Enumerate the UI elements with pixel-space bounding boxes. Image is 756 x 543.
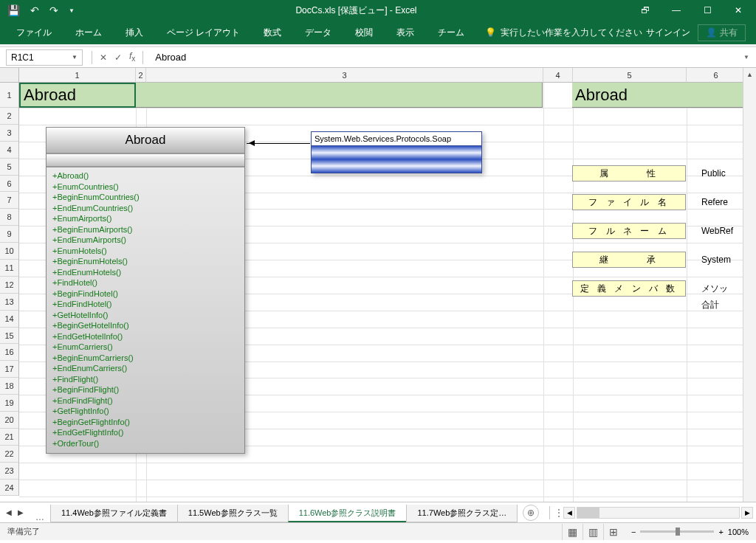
row-header[interactable]: 12 <box>0 277 19 294</box>
property-value: WebRef <box>701 223 733 239</box>
close-icon[interactable]: ✕ <box>724 1 753 20</box>
view-page-break-icon[interactable]: ⊞ <box>603 524 624 540</box>
class-diagram-box[interactable]: Abroad +Abroad()+EnumCountries()+BeginEn… <box>46 127 245 454</box>
tab-review[interactable]: 校閲 <box>343 21 385 44</box>
row-header[interactable]: 17 <box>0 361 19 378</box>
row-header[interactable]: 9 <box>0 226 19 243</box>
tabs-overflow-icon[interactable]: … <box>30 512 50 522</box>
row-header[interactable]: 21 <box>0 429 19 446</box>
class-member: +EndFindHotel() <box>52 299 238 310</box>
select-all-corner[interactable] <box>0 68 19 83</box>
tab-file[interactable]: ファイル <box>4 21 63 44</box>
undo-icon[interactable]: ↶ <box>30 4 39 16</box>
chevron-down-icon[interactable]: ▼ <box>72 54 78 60</box>
class-member: +EndEnumHotels() <box>52 267 238 278</box>
name-box[interactable]: R1C1 ▼ <box>6 49 83 66</box>
view-normal-icon[interactable]: ▦ <box>562 524 583 540</box>
tab-view[interactable]: 表示 <box>385 21 426 44</box>
horizontal-scrollbar[interactable]: ◀ ▶ <box>563 507 756 519</box>
enter-icon[interactable]: ✓ <box>114 52 122 63</box>
sheet-tab[interactable]: 11.5Web参照クラス一覧 <box>177 505 289 522</box>
tab-data[interactable]: データ <box>293 21 343 44</box>
class-member: +EnumCountries() <box>52 181 238 193</box>
sheet-tab[interactable]: 11.4Web参照ファイル定義書 <box>50 505 178 522</box>
sheet-nav[interactable]: ◀ ▶ <box>0 508 30 516</box>
col-header[interactable]: 6 <box>687 68 746 83</box>
row-header[interactable]: 11 <box>0 260 19 277</box>
cancel-icon[interactable]: ✕ <box>100 52 107 63</box>
row-header[interactable]: 19 <box>0 395 19 412</box>
row-header[interactable]: 4 <box>0 142 19 159</box>
minimize-icon[interactable]: — <box>662 1 691 20</box>
share-button[interactable]: 👤 共有 <box>698 24 746 41</box>
nav-prev-icon[interactable]: ◀ <box>6 508 12 516</box>
row-header[interactable]: 1 <box>0 83 19 108</box>
qat-dropdown-icon[interactable]: ▼ <box>69 7 75 14</box>
add-sheet-button[interactable]: ⊕ <box>523 505 539 521</box>
cells[interactable]: Abroad Abroad Abroad +Abroad()+EnumCount… <box>19 83 743 502</box>
row-header[interactable]: 13 <box>0 294 19 311</box>
formula-expand-icon[interactable]: ▼ <box>741 54 756 60</box>
property-value: System <box>701 252 733 268</box>
class-member: +EndEnumAirports() <box>52 235 238 246</box>
row-header[interactable]: 16 <box>0 344 19 361</box>
nav-next-icon[interactable]: ▶ <box>18 508 24 516</box>
base-class-box[interactable]: System.Web.Services.Protocols.Soap <box>311 131 482 173</box>
col-header[interactable]: 4 <box>543 68 573 83</box>
view-page-layout-icon[interactable]: ▥ <box>583 524 603 540</box>
fx-icon[interactable]: fx <box>129 51 135 63</box>
row-header[interactable]: 8 <box>0 209 19 226</box>
tab-insert[interactable]: 挿入 <box>114 21 155 44</box>
row-header[interactable]: 6 <box>0 176 19 193</box>
row-header[interactable]: 5 <box>0 159 19 176</box>
col-header[interactable]: 3 <box>146 68 543 83</box>
signin-button[interactable]: サインイン <box>646 27 690 39</box>
zoom-out-button[interactable]: − <box>631 528 636 536</box>
tab-team[interactable]: チーム <box>426 21 476 44</box>
row-header[interactable]: 22 <box>0 446 19 463</box>
class-separator <box>47 154 244 167</box>
status-ready: 準備完了 <box>0 526 47 537</box>
maximize-icon[interactable]: ☐ <box>693 1 722 20</box>
row-header[interactable]: 24 <box>0 480 19 497</box>
column-headers: 123456 <box>19 68 746 83</box>
col-header[interactable]: 5 <box>573 68 687 83</box>
scroll-left-icon[interactable]: ◀ <box>563 507 575 519</box>
tell-me[interactable]: 💡 実行したい作業を入力してください <box>485 27 642 39</box>
row-header[interactable]: 14 <box>0 311 19 328</box>
sheet-tab[interactable]: 11.7Web参照クラス定… <box>406 505 518 522</box>
zoom-knob[interactable] <box>676 528 680 536</box>
zoom-slider[interactable] <box>640 530 714 533</box>
col-header[interactable]: 2 <box>136 68 146 83</box>
cell-r1c1[interactable]: Abroad <box>19 83 136 108</box>
row-header[interactable]: 3 <box>0 125 19 142</box>
col-header[interactable]: 1 <box>19 68 136 83</box>
scroll-thumb[interactable] <box>577 508 599 518</box>
scroll-right-icon[interactable]: ▶ <box>741 507 753 519</box>
save-icon[interactable]: 💾 <box>7 4 20 16</box>
zoom-level[interactable]: 100% <box>728 528 749 536</box>
row-header[interactable]: 10 <box>0 243 19 260</box>
class-member: +BeginEnumCountries() <box>52 192 238 203</box>
tab-page-layout[interactable]: ページ レイアウト <box>155 21 252 44</box>
row-header[interactable]: 20 <box>0 412 19 429</box>
row-header[interactable]: 2 <box>0 108 19 125</box>
sheet-tab[interactable]: 11.6Web参照クラス説明書 <box>288 505 408 522</box>
row-header[interactable]: 15 <box>0 328 19 345</box>
base-class-body <box>312 146 481 173</box>
redo-icon[interactable]: ↷ <box>49 4 58 16</box>
row-header[interactable]: 7 <box>0 192 19 209</box>
tab-formulas[interactable]: 数式 <box>252 21 293 44</box>
ribbon-display-icon[interactable]: 🗗 <box>630 1 660 20</box>
zoom-in-button[interactable]: + <box>718 528 723 536</box>
class-member: +EndEnumCarriers() <box>52 363 238 374</box>
vertical-scrollbar[interactable]: ▲ <box>743 68 756 502</box>
cell-r1c5[interactable]: Abroad <box>572 83 749 108</box>
tab-home[interactable]: ホーム <box>63 21 114 44</box>
formula-input[interactable]: Abroad <box>149 52 741 63</box>
row-header[interactable]: 18 <box>0 378 19 395</box>
scroll-track[interactable] <box>577 507 740 519</box>
scroll-up-icon[interactable]: ▲ <box>743 68 756 81</box>
class-member: +BeginFindHotel() <box>52 288 238 300</box>
row-header[interactable]: 23 <box>0 463 19 480</box>
